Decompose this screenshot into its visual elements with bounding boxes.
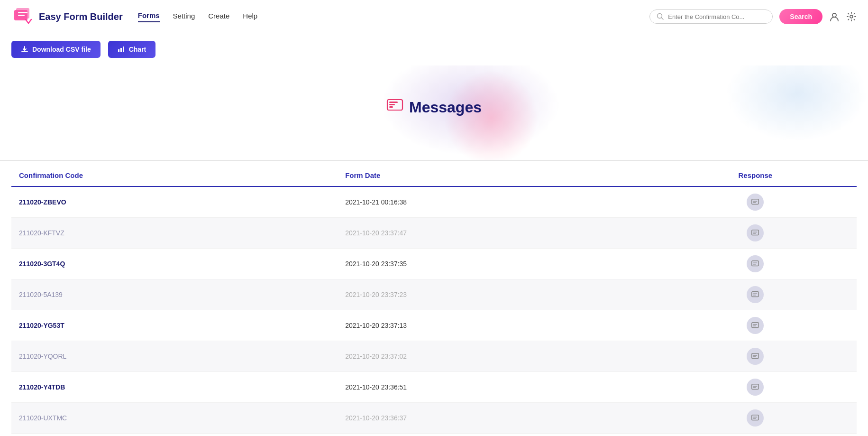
blob-3 xyxy=(726,65,868,141)
header-right: Search xyxy=(649,9,857,24)
user-icon-button[interactable] xyxy=(829,11,840,22)
svg-rect-14 xyxy=(389,106,393,108)
logo-text: Easy Form Builder xyxy=(39,11,123,22)
cell-code: 211020-5A139 xyxy=(11,279,338,310)
nav-item-forms[interactable]: Forms xyxy=(138,11,160,22)
logo-area: Easy Form Builder xyxy=(11,5,123,28)
svg-rect-2 xyxy=(18,12,27,13)
cell-response xyxy=(654,186,857,218)
header: Easy Form Builder Forms Setting Create H… xyxy=(0,0,868,33)
response-button[interactable] xyxy=(747,317,764,334)
search-input[interactable] xyxy=(668,13,766,20)
svg-rect-10 xyxy=(123,46,124,52)
hero-section: Messages xyxy=(0,65,868,160)
response-button[interactable] xyxy=(747,379,764,396)
logo-icon xyxy=(11,5,34,28)
nav-item-setting[interactable]: Setting xyxy=(173,12,195,22)
cell-date: 2021-10-20 23:36:37 xyxy=(338,403,654,434)
svg-rect-18 xyxy=(752,292,758,297)
cell-date: 2021-10-21 00:16:38 xyxy=(338,186,654,218)
page-title-area: Messages xyxy=(386,99,482,116)
svg-rect-8 xyxy=(118,49,119,52)
col-header-code: Confirmation Code xyxy=(11,165,338,186)
svg-rect-22 xyxy=(752,415,758,420)
svg-rect-19 xyxy=(752,323,758,328)
messages-table: Confirmation Code Form Date Response 211… xyxy=(11,165,857,434)
response-button[interactable] xyxy=(747,194,764,211)
page-title: Messages xyxy=(409,99,482,116)
svg-rect-3 xyxy=(18,15,25,16)
nav-item-help[interactable]: Help xyxy=(243,12,257,22)
messages-icon xyxy=(386,99,403,116)
cell-date: 2021-10-20 23:37:23 xyxy=(338,279,654,310)
col-header-date: Form Date xyxy=(338,165,654,186)
gear-icon xyxy=(846,11,857,22)
chart-icon xyxy=(118,46,125,53)
divider xyxy=(0,160,868,161)
table-row: 211020-YG53T 2021-10-20 23:37:13 xyxy=(11,310,857,341)
cell-date: 2021-10-20 23:37:35 xyxy=(338,249,654,279)
response-button[interactable] xyxy=(747,409,764,427)
svg-point-7 xyxy=(850,15,853,18)
download-icon xyxy=(21,46,28,53)
table-row: 211020-3GT4Q 2021-10-20 23:37:35 xyxy=(11,249,857,279)
cell-code: 211020-KFTVZ xyxy=(11,218,338,249)
response-button[interactable] xyxy=(747,255,764,272)
svg-rect-12 xyxy=(389,102,398,103)
svg-point-6 xyxy=(832,13,836,17)
col-header-response: Response xyxy=(654,165,857,186)
cell-date: 2021-10-20 23:37:47 xyxy=(338,218,654,249)
cell-response xyxy=(654,218,857,249)
cell-response xyxy=(654,310,857,341)
cell-response xyxy=(654,372,857,403)
cell-code: 211020-YG53T xyxy=(11,310,338,341)
cell-code: 211020-ZBEVO xyxy=(11,186,338,218)
nav-item-create[interactable]: Create xyxy=(208,12,229,22)
svg-rect-9 xyxy=(120,48,122,52)
cell-code: 211020-3GT4Q xyxy=(11,249,338,279)
svg-rect-20 xyxy=(752,353,758,359)
table-row: 211020-YQORL 2021-10-20 23:37:02 xyxy=(11,341,857,372)
search-box xyxy=(649,9,773,24)
toolbar: Download CSV file Chart xyxy=(0,33,868,65)
search-button[interactable]: Search xyxy=(779,9,822,24)
cell-date: 2021-10-20 23:37:13 xyxy=(338,310,654,341)
table-container: Confirmation Code Form Date Response 211… xyxy=(0,165,868,434)
user-icon xyxy=(829,11,840,22)
cell-date: 2021-10-20 23:37:02 xyxy=(338,341,654,372)
table-row: 211020-KFTVZ 2021-10-20 23:37:47 xyxy=(11,218,857,249)
cell-code: 211020-YQORL xyxy=(11,341,338,372)
table-header-row: Confirmation Code Form Date Response xyxy=(11,165,857,186)
svg-rect-13 xyxy=(389,104,395,105)
table-row: 211020-ZBEVO 2021-10-21 00:16:38 xyxy=(11,186,857,218)
table-row: 211020-Y4TDB 2021-10-20 23:36:51 xyxy=(11,372,857,403)
cell-code: 211020-UXTMC xyxy=(11,403,338,434)
table-row: 211020-UXTMC 2021-10-20 23:36:37 xyxy=(11,403,857,434)
chart-button[interactable]: Chart xyxy=(108,41,156,58)
main-nav: Forms Setting Create Help xyxy=(138,11,257,22)
cell-code: 211020-Y4TDB xyxy=(11,372,338,403)
svg-rect-16 xyxy=(752,230,758,235)
response-button[interactable] xyxy=(747,348,764,365)
download-csv-button[interactable]: Download CSV file xyxy=(11,41,101,58)
svg-rect-21 xyxy=(752,384,758,390)
svg-line-5 xyxy=(662,18,664,20)
cell-response xyxy=(654,403,857,434)
cell-response xyxy=(654,279,857,310)
svg-rect-17 xyxy=(752,261,758,266)
table-row: 211020-5A139 2021-10-20 23:37:23 xyxy=(11,279,857,310)
cell-date: 2021-10-20 23:36:51 xyxy=(338,372,654,403)
cell-response xyxy=(654,249,857,279)
cell-response xyxy=(654,341,857,372)
settings-icon-button[interactable] xyxy=(846,11,857,22)
search-icon xyxy=(657,13,664,20)
svg-rect-15 xyxy=(752,199,758,204)
response-button[interactable] xyxy=(747,286,764,303)
response-button[interactable] xyxy=(747,224,764,241)
